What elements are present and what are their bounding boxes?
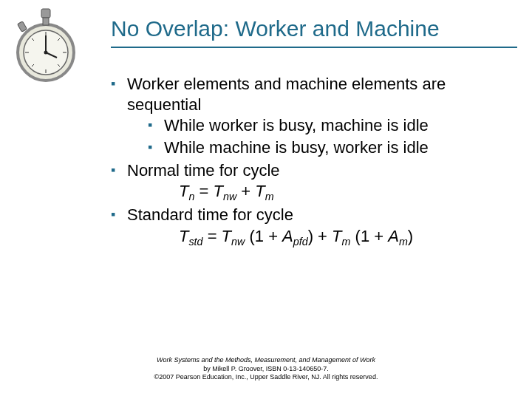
svg-point-15: [44, 51, 48, 55]
bullet-3-text: Standard time for cycle: [127, 205, 293, 224]
bullet-1: Worker elements and machine elements are…: [111, 74, 488, 159]
bullet-1-sub-1: While worker is busy, machine is idle: [148, 115, 488, 136]
footer-citation: Work Systems and the Methods, Measuremen…: [0, 356, 532, 381]
bullet-1-text: Worker elements and machine elements are…: [127, 75, 446, 114]
formula-normal-time: Tn = Tnw + Tm: [179, 181, 488, 204]
body-content: Worker elements and machine elements are…: [111, 74, 488, 250]
slide: No Overlap: Worker and Machine Worker el…: [0, 0, 532, 399]
bullet-1-sub-2: While machine is busy, worker is idle: [148, 137, 488, 158]
footer-line-3: ©2007 Pearson Education, Inc., Upper Sad…: [0, 373, 532, 381]
formula-standard-time: Tstd = Tnw (1 + Apfd) + Tm (1 + Am): [179, 226, 488, 249]
footer-line-1: Work Systems and the Methods, Measuremen…: [0, 356, 532, 364]
bullet-2: Normal time for cycle Tn = Tnw + Tm: [111, 160, 488, 204]
title-area: No Overlap: Worker and Machine: [0, 16, 532, 48]
title-underline: [111, 47, 517, 48]
footer-line-2: by Mikell P. Groover, ISBN 0-13-140650-7…: [0, 365, 532, 373]
bullet-3: Standard time for cycle Tstd = Tnw (1 + …: [111, 205, 488, 248]
bullet-2-text: Normal time for cycle: [127, 161, 280, 180]
slide-title: No Overlap: Worker and Machine: [111, 16, 517, 42]
